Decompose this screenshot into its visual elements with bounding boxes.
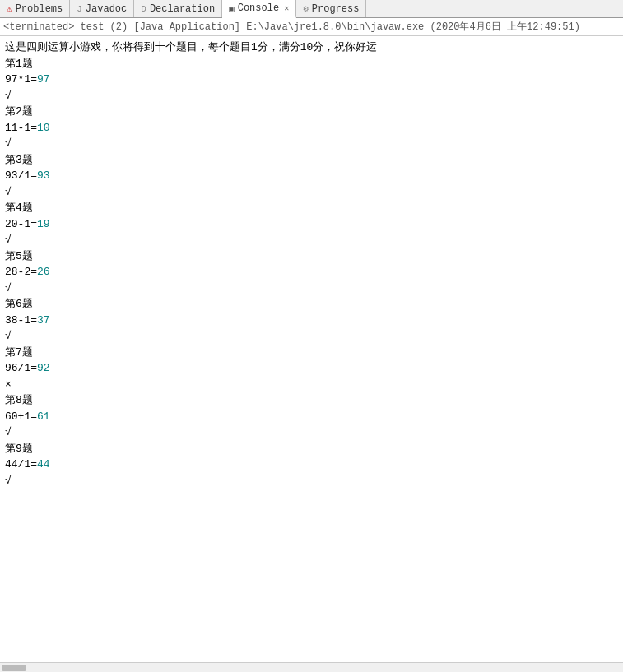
console-line-14: 20-1=19 <box>5 216 618 233</box>
answer-prefix-18: 28-2= <box>5 266 37 278</box>
problems-tab-icon: ⚠ <box>7 3 12 14</box>
answer-value-10: 93 <box>37 169 50 182</box>
console-tab-label: Console <box>238 2 279 14</box>
console-line-25: 第7题 <box>5 345 618 361</box>
answer-prefix-26: 96/1= <box>5 362 37 374</box>
tab-javadoc[interactable]: JJavadoc <box>70 0 134 17</box>
console-line-7: √ <box>5 136 618 152</box>
console-line-29: 第8题 <box>5 392 618 409</box>
title-bar: <terminated> test (2) [Java Application]… <box>0 18 623 36</box>
console-line-30: 60+1=61 <box>5 409 618 425</box>
console-tab-icon: ▣ <box>229 3 235 14</box>
tab-progress[interactable]: ⚙Progress <box>296 0 366 17</box>
answer-value-34: 44 <box>37 458 50 470</box>
answer-prefix-2: 97*1= <box>5 73 37 86</box>
console-line-34: 44/1=44 <box>5 456 618 473</box>
progress-tab-label: Progress <box>312 3 360 15</box>
declaration-tab-label: Declaration <box>150 3 215 15</box>
console-line-22: 38-1=37 <box>5 313 618 329</box>
console-line-10: 93/1=93 <box>5 168 618 184</box>
answer-value-30: 61 <box>37 410 50 423</box>
answer-value-6: 10 <box>37 122 50 134</box>
answer-value-26: 92 <box>37 362 50 374</box>
console-line-6: 11-1=10 <box>5 120 618 137</box>
answer-value-2: 97 <box>37 73 50 86</box>
progress-tab-icon: ⚙ <box>303 3 309 14</box>
console-line-3: √ <box>5 88 618 104</box>
console-line-9: 第3题 <box>5 152 618 169</box>
console-line-26: 96/1=92 <box>5 360 618 377</box>
javadoc-tab-label: Javadoc <box>86 3 127 15</box>
answer-prefix-6: 11-1= <box>5 122 37 134</box>
console-line-13: 第4题 <box>5 200 618 216</box>
console-line-18: 28-2=26 <box>5 264 618 280</box>
console-line-33: 第9题 <box>5 441 618 457</box>
console-line-31: √ <box>5 424 618 441</box>
console-line-27: × <box>5 377 618 393</box>
console-line-1: 第1题 <box>5 56 618 72</box>
console-line-21: 第6题 <box>5 296 618 313</box>
console-line-17: 第5题 <box>5 248 618 265</box>
console-line-35: √ <box>5 473 618 489</box>
tab-problems[interactable]: ⚠Problems <box>0 0 70 17</box>
javadoc-tab-icon: J <box>77 4 82 14</box>
console-line-23: √ <box>5 328 618 345</box>
answer-value-14: 19 <box>37 218 50 230</box>
horizontal-scrollbar[interactable] <box>0 662 623 672</box>
console-line-11: √ <box>5 184 618 201</box>
answer-value-18: 26 <box>37 266 50 278</box>
console-line-15: √ <box>5 232 618 248</box>
answer-value-22: 37 <box>37 314 50 327</box>
answer-prefix-14: 20-1= <box>5 218 37 230</box>
console-line-2: 97*1=97 <box>5 72 618 88</box>
console-area[interactable]: 这是四则运算小游戏，你将得到十个题目，每个题目1分，满分10分，祝你好运第1题9… <box>0 36 623 662</box>
answer-prefix-30: 60+1= <box>5 410 37 423</box>
scrollbar-thumb[interactable] <box>2 665 26 671</box>
problems-tab-label: Problems <box>16 3 63 15</box>
console-line-19: √ <box>5 280 618 297</box>
tab-bar: ⚠ProblemsJJavadocDDeclaration▣Console✕⚙P… <box>0 0 623 18</box>
tab-declaration[interactable]: DDeclaration <box>134 0 222 17</box>
console-line-0: 这是四则运算小游戏，你将得到十个题目，每个题目1分，满分10分，祝你好运 <box>5 39 618 56</box>
answer-prefix-10: 93/1= <box>5 169 37 182</box>
tab-console[interactable]: ▣Console✕ <box>222 0 296 18</box>
console-close-button[interactable]: ✕ <box>284 3 289 13</box>
answer-prefix-22: 38-1= <box>5 314 37 327</box>
answer-prefix-34: 44/1= <box>5 458 37 470</box>
declaration-tab-icon: D <box>141 4 146 14</box>
console-line-5: 第2题 <box>5 104 618 120</box>
